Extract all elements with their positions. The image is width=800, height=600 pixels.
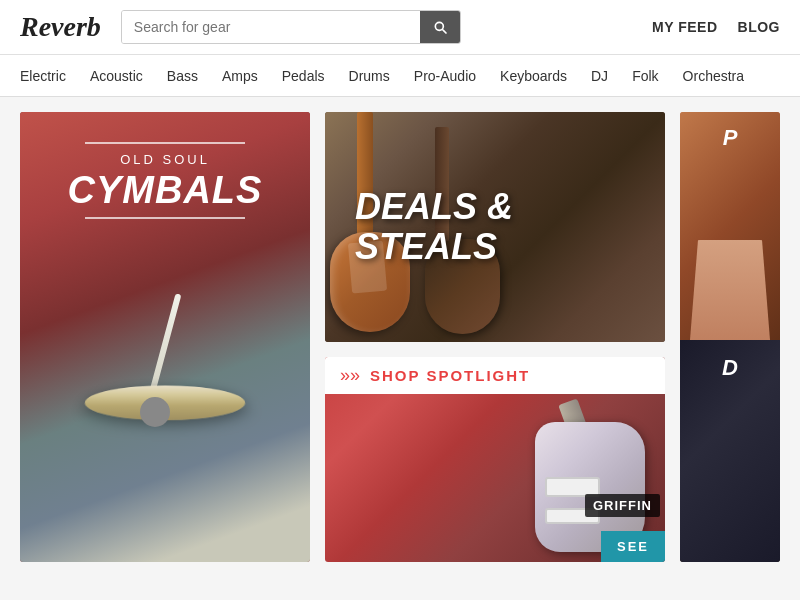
cat-nav-item-bass[interactable]: Bass — [155, 55, 210, 96]
deals-card[interactable]: DEALS & STEALS — [325, 112, 665, 342]
cymbals-card[interactable]: OLD SOUL CYMBALS — [20, 112, 310, 562]
spotlight-chevron-icon: »» — [340, 365, 360, 386]
cymbals-border-bottom — [85, 217, 245, 219]
cat-nav-item-dj[interactable]: DJ — [579, 55, 620, 96]
cat-nav-item-electric[interactable]: Electric — [20, 55, 78, 96]
third-card-text-p: P — [680, 127, 780, 149]
third-card-hand — [690, 240, 770, 340]
third-card-text-d: D — [680, 340, 780, 381]
deals-title-line2: STEALS — [355, 227, 513, 267]
right-column: DEALS & STEALS »» SHOP SPOTLIGHT GRIFFIN… — [325, 112, 665, 562]
search-icon — [432, 19, 448, 35]
third-card-top: P — [680, 112, 780, 340]
spotlight-card[interactable]: »» SHOP SPOTLIGHT GRIFFIN SEE — [325, 357, 665, 562]
cat-nav-item-amps[interactable]: Amps — [210, 55, 270, 96]
cat-nav-item-acoustic[interactable]: Acoustic — [78, 55, 155, 96]
deals-text: DEALS & STEALS — [355, 187, 513, 266]
cat-nav-item-folk[interactable]: Folk — [620, 55, 670, 96]
cymbals-title: CYMBALS — [20, 171, 310, 209]
category-nav: Electric Acoustic Bass Amps Pedals Drums… — [0, 55, 800, 97]
header: Reverb MY FEED BLOG — [0, 0, 800, 55]
cat-nav-item-keyboards[interactable]: Keyboards — [488, 55, 579, 96]
griffin-badge: GRIFFIN — [585, 494, 660, 517]
spotlight-title: SHOP SPOTLIGHT — [370, 367, 530, 384]
cymbals-subtitle: OLD SOUL — [20, 152, 310, 167]
spotlight-label-bar: »» SHOP SPOTLIGHT — [325, 357, 665, 394]
my-feed-link[interactable]: MY FEED — [652, 19, 717, 35]
cat-nav-item-drums[interactable]: Drums — [337, 55, 402, 96]
deals-title-line1: DEALS & — [355, 187, 513, 227]
search-input[interactable] — [122, 11, 420, 43]
cymbals-border-top — [85, 142, 245, 144]
search-bar — [121, 10, 461, 44]
cat-nav-item-pro-audio[interactable]: Pro-Audio — [402, 55, 488, 96]
cymbal-visual — [75, 322, 255, 502]
cymbal-stand — [140, 397, 170, 427]
see-button[interactable]: SEE — [601, 531, 665, 562]
third-card[interactable]: P D — [680, 112, 780, 562]
cat-nav-item-pedals[interactable]: Pedals — [270, 55, 337, 96]
logo[interactable]: Reverb — [20, 11, 101, 43]
cymbals-text: OLD SOUL CYMBALS — [20, 142, 310, 219]
third-card-bottom: D — [680, 340, 780, 562]
search-button[interactable] — [420, 11, 460, 43]
blog-link[interactable]: BLOG — [738, 19, 780, 35]
main-content: OLD SOUL CYMBALS DEALS & STEALS — [0, 97, 800, 577]
header-nav: MY FEED BLOG — [652, 19, 780, 35]
cat-nav-item-orchestra[interactable]: Orchestra — [671, 55, 756, 96]
